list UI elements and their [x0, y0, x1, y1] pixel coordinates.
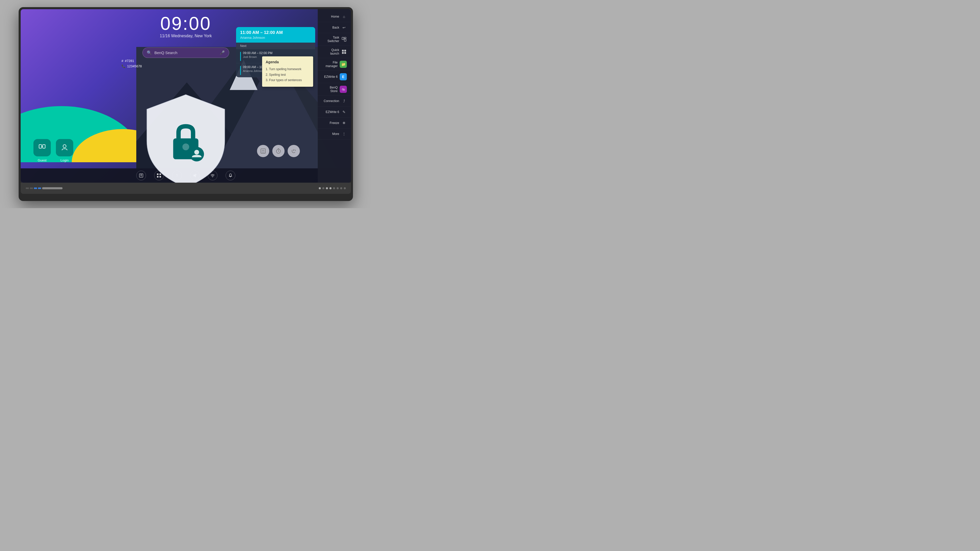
indicator-dot-1: [319, 187, 321, 189]
nav-label-task-switcher: Task Switcher: [322, 36, 339, 43]
calculator-button[interactable]: [257, 145, 269, 157]
more-icon: ⋮: [341, 131, 347, 137]
svg-point-17: [264, 151, 264, 152]
side-nav: Home ⌂ Back ↩ Task Switcher Quick launc: [318, 9, 351, 183]
guest-label: Guest: [38, 159, 47, 162]
svg-rect-32: [342, 37, 344, 40]
ezwrite6-icon-2: ✎: [341, 109, 347, 115]
port-2: [30, 187, 33, 189]
power-button[interactable]: [288, 145, 300, 157]
room-hash-icon: #: [121, 59, 123, 63]
svg-rect-34: [344, 39, 346, 41]
port-1: [26, 187, 29, 189]
mic-icon[interactable]: 🎤: [220, 50, 225, 55]
svg-point-12: [63, 144, 66, 148]
clock-time: 09:00: [160, 14, 212, 33]
nav-item-benq-store[interactable]: BenQ Store 🛍: [318, 83, 351, 96]
nav-item-ezwrite6-2[interactable]: EZWrite 6 ✎: [318, 106, 351, 118]
agenda-item-3: 3. Four types of sentences: [266, 78, 310, 83]
agenda-item-1: 1. Turn spelling homework: [266, 67, 310, 72]
clock-section: 09:00 11/16 Wednesday, New York: [160, 14, 212, 38]
nav-item-freeze[interactable]: Freeze ❄: [318, 118, 351, 129]
nav-item-quick-launch[interactable]: Quick launch: [318, 46, 351, 58]
nav-label-connection: Connection: [322, 99, 339, 103]
nav-label-file-manager: File manager: [322, 61, 338, 68]
device-bar: [21, 183, 351, 194]
connection-icon: ⤴: [341, 98, 347, 104]
user-buttons: Guest Login: [33, 139, 73, 162]
nav-label-freeze: Freeze: [322, 121, 339, 125]
nav-item-file-manager[interactable]: File manager 📁: [318, 58, 351, 71]
device-ports: [26, 187, 62, 189]
next-label: Next: [236, 43, 315, 49]
nav-label-ezwrite6-2: EZWrite 6: [322, 110, 339, 114]
svg-point-19: [263, 152, 263, 153]
freeze-icon: ❄: [341, 120, 347, 126]
guest-button[interactable]: Guest: [33, 139, 51, 162]
login-label: Login: [60, 159, 68, 162]
search-icon: 🔍: [147, 50, 152, 55]
login-button[interactable]: Login: [56, 139, 73, 162]
svg-rect-35: [342, 50, 344, 52]
svg-rect-38: [344, 52, 346, 54]
svg-point-18: [262, 152, 262, 153]
tv-frame: 09:00 11/16 Wednesday, New York 🔍 BenQ S…: [19, 7, 353, 201]
search-bar[interactable]: 🔍 BenQ Search 🎤: [142, 48, 229, 58]
svg-rect-36: [344, 50, 346, 52]
guest-icon: [33, 139, 51, 156]
device-indicators: [319, 187, 346, 189]
svg-point-29: [183, 143, 189, 150]
nav-item-back[interactable]: Back ↩: [318, 22, 351, 33]
current-event-person: Arianna Johnson: [240, 36, 311, 40]
nav-label-benq-store: BenQ Store: [322, 86, 338, 93]
svg-rect-9: [39, 144, 41, 148]
login-icon: [56, 139, 73, 156]
nav-label-more: More: [322, 132, 339, 136]
back-icon: ↩: [341, 25, 347, 30]
svg-point-31: [194, 150, 199, 155]
agenda-item-2: 2. Spelling test: [266, 72, 310, 78]
indicator-dot-3: [326, 187, 328, 189]
search-text: BenQ Search: [154, 51, 220, 55]
timer-button[interactable]: [272, 145, 285, 157]
svg-point-15: [262, 151, 262, 152]
port-usb-1: [34, 187, 37, 189]
agenda-note: Agenda 1. Turn spelling homework 2. Spel…: [262, 56, 313, 87]
calendar-bar-2: [240, 66, 241, 75]
nav-label-ezwrite6-1: EZWrite 6: [322, 75, 338, 79]
task-switcher-icon: [341, 37, 347, 42]
current-event-time: 11:00 AM – 12:00 AM: [240, 30, 311, 35]
screen: 09:00 11/16 Wednesday, New York 🔍 BenQ S…: [21, 9, 351, 183]
nav-item-task-switcher[interactable]: Task Switcher: [318, 33, 351, 46]
shield-overlay: [142, 92, 229, 183]
indicator-dot-4: [329, 187, 331, 189]
phone-icon: 📞: [121, 64, 126, 68]
indicator-dot-8: [344, 187, 346, 189]
svg-rect-37: [342, 52, 344, 54]
indicator-dot-7: [340, 187, 342, 189]
indicator-dot-5: [333, 187, 335, 189]
phone-number: 📞 12345678: [121, 64, 142, 68]
nav-label-home: Home: [322, 15, 339, 18]
agenda-title: Agenda: [266, 60, 310, 64]
indicator-dot-6: [337, 187, 339, 189]
indicator-dot-2: [322, 187, 325, 189]
svg-point-20: [264, 152, 264, 153]
room-number: # #7281: [121, 59, 142, 63]
next-item-1-time: 09:00 AM – 02:00 PM: [243, 51, 272, 55]
svg-rect-33: [344, 37, 346, 38]
calendar-bar: [240, 52, 241, 61]
clock-date: 11/16 Wednesday, New York: [160, 34, 212, 38]
quick-launch-icon: [341, 49, 347, 55]
nav-item-ezwrite6-1[interactable]: EZWrite 6 E: [318, 71, 351, 83]
port-usb-2: [38, 187, 41, 189]
file-manager-icon: 📁: [340, 61, 347, 68]
svg-rect-10: [43, 144, 45, 148]
ezwrite6-icon-1: E: [340, 73, 347, 80]
nav-label-back: Back: [322, 26, 339, 29]
indicator-strip: [42, 187, 62, 189]
nav-item-connection[interactable]: Connection ⤴: [318, 96, 351, 106]
nav-item-home[interactable]: Home ⌂: [318, 11, 351, 22]
nav-item-more[interactable]: More ⋮: [318, 129, 351, 140]
nav-label-quick-launch: Quick launch: [322, 48, 339, 56]
